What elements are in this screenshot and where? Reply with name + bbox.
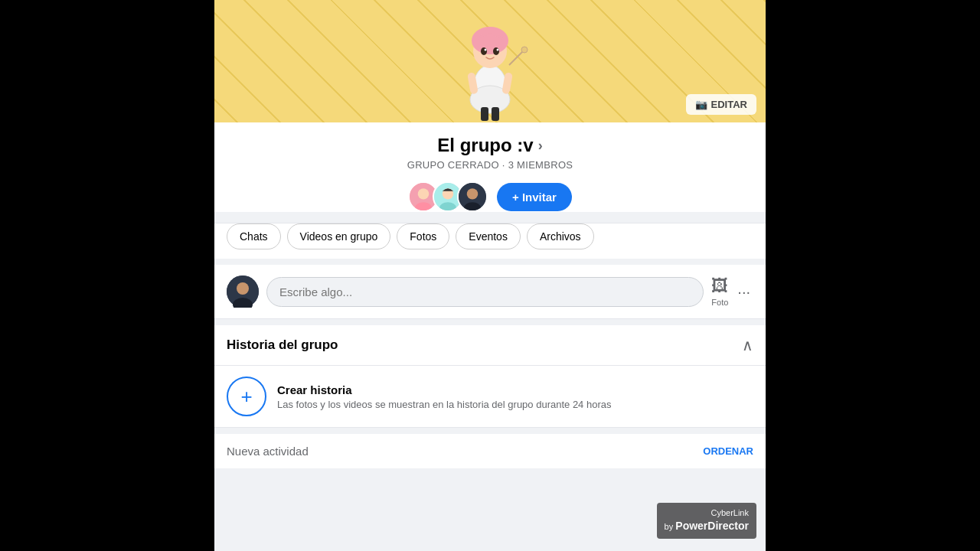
edit-cover-button[interactable]: 📷 EDITAR (686, 94, 756, 115)
crear-historia-title: Crear historia (277, 383, 753, 396)
more-options-button[interactable]: ··· (734, 280, 753, 304)
watermark-company: CyberLink (665, 507, 749, 519)
collapse-historia-icon: ∧ (742, 336, 753, 354)
photo-icon: 🖼 (711, 276, 728, 296)
svg-rect-10 (481, 107, 488, 121)
photo-button[interactable]: 🖼 Foto (711, 276, 728, 307)
member-avatars (408, 181, 488, 212)
svg-point-15 (418, 188, 429, 199)
tab-eventos[interactable]: Eventos (456, 223, 521, 249)
nueva-actividad-label: Nueva actividad (227, 445, 309, 458)
historia-title: Historia del grupo (227, 337, 338, 353)
tab-archivos[interactable]: Archivos (527, 223, 594, 249)
composer-actions: 🖼 Foto ··· (711, 276, 753, 307)
composer-avatar (227, 276, 259, 308)
group-info-section: El grupo :v › GRUPO CERRADO · 3 MIEMBROS (214, 122, 766, 212)
group-name[interactable]: El grupo :v › (230, 135, 750, 156)
members-row: + Invitar (230, 181, 750, 212)
camera-icon: 📷 (695, 99, 707, 110)
svg-rect-11 (492, 107, 499, 121)
svg-point-13 (521, 47, 528, 53)
character-illustration (444, 11, 536, 122)
svg-point-6 (485, 49, 487, 51)
svg-point-3 (472, 27, 508, 54)
post-composer: 🖼 Foto ··· (214, 265, 766, 319)
ordenar-button[interactable]: ORDENAR (703, 445, 753, 457)
post-input[interactable] (266, 277, 704, 307)
watermark: CyberLink by PowerDirector (657, 503, 756, 539)
watermark-by: by (665, 522, 674, 531)
watermark-brand: by PowerDirector (665, 519, 749, 534)
svg-point-21 (467, 188, 478, 199)
crear-historia-row: + Crear historia Las fotos y los videos … (214, 366, 766, 428)
left-black-bar (0, 0, 214, 551)
group-name-chevron: › (538, 138, 543, 154)
cover-area: 📷 EDITAR (214, 0, 766, 122)
tab-fotos[interactable]: Fotos (397, 223, 449, 249)
historia-header[interactable]: Historia del grupo ∧ (214, 325, 766, 366)
svg-point-4 (481, 47, 487, 55)
member-avatar-3 (457, 181, 488, 212)
crear-historia-text: Crear historia Las fotos y los videos se… (277, 383, 753, 410)
right-black-bar (766, 0, 980, 551)
nueva-actividad-bar: Nueva actividad ORDENAR (214, 434, 766, 468)
invite-button[interactable]: + Invitar (497, 183, 572, 211)
tabs-container: Chats Videos en grupo Fotos Eventos Arch… (214, 223, 766, 259)
tab-chats[interactable]: Chats (227, 223, 281, 249)
crear-historia-subtitle: Las fotos y los videos se muestran en la… (277, 399, 753, 410)
historia-section: Historia del grupo ∧ + Crear historia La… (214, 325, 766, 428)
svg-point-7 (497, 49, 499, 51)
crear-historia-button[interactable]: + (227, 377, 266, 416)
tab-videos[interactable]: Videos en grupo (287, 223, 391, 249)
group-meta: GRUPO CERRADO · 3 MIEMBROS (230, 159, 750, 171)
main-screen: 📷 EDITAR El grupo :v › GRUPO CERRADO · 3… (214, 0, 766, 551)
svg-point-24 (237, 282, 249, 295)
watermark-brand-name: PowerDirector (675, 520, 749, 532)
svg-point-5 (493, 47, 499, 55)
